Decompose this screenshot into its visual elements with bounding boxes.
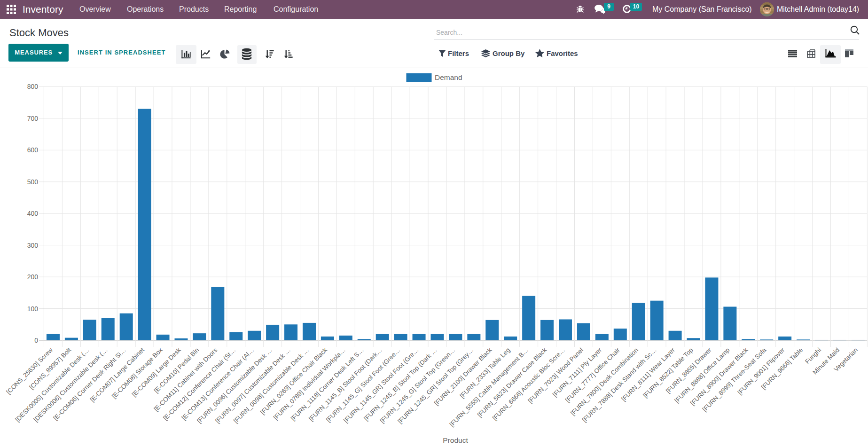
svg-text:500: 500 (27, 178, 39, 186)
svg-text:[DESK0005] Customizable Desk (: [DESK0005] Customizable Desk (… (14, 346, 91, 423)
svg-text:Product: Product (443, 436, 468, 444)
svg-text:200: 200 (27, 273, 39, 281)
svg-text:700: 700 (27, 115, 39, 122)
svg-text:300: 300 (27, 242, 39, 249)
svg-text:0: 0 (34, 337, 38, 344)
svg-text:[FURN_7800] Desk Combination: [FURN_7800] Desk Combination (569, 346, 640, 417)
svg-text:Demand: Demand (435, 73, 462, 81)
svg-text:[FURN_0269] Office Chair Black: [FURN_0269] Office Chair Black (259, 346, 328, 416)
svg-text:800: 800 (27, 83, 39, 90)
svg-text:400: 400 (27, 210, 39, 217)
svg-text:100: 100 (27, 305, 39, 313)
svg-text:600: 600 (27, 146, 39, 154)
